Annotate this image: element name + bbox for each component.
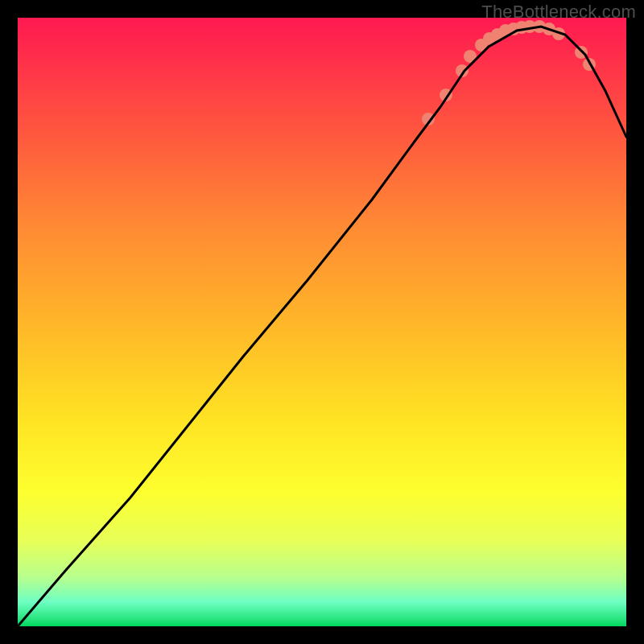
- chart-frame: TheBottleneck.com: [0, 0, 644, 644]
- bottleneck-curve: [18, 27, 626, 626]
- watermark-text: TheBottleneck.com: [481, 2, 636, 23]
- plot-area: [18, 18, 626, 626]
- chart-svg: [18, 18, 626, 626]
